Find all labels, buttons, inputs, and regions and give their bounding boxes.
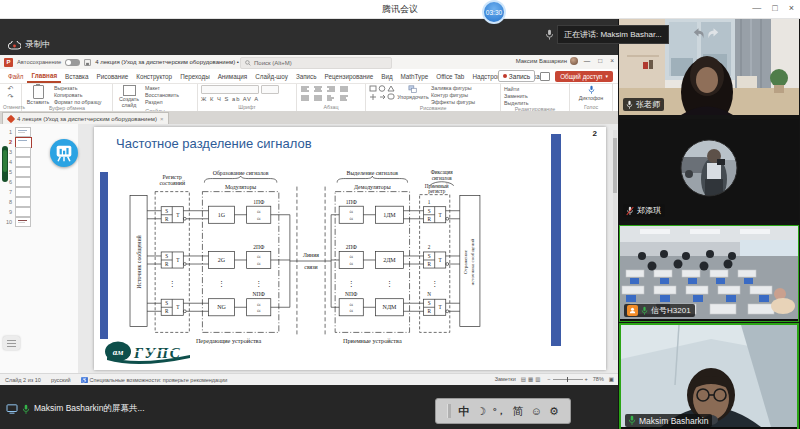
new-slide-button[interactable]: Создать слайд (116, 85, 142, 108)
tab-officetab[interactable]: Office Tab (432, 71, 468, 82)
slide-thumb-10[interactable]: 10 (0, 217, 78, 227)
tab-mathtype[interactable]: MathType (397, 71, 433, 82)
thumbnail-menu-button[interactable] (3, 336, 20, 350)
shape-outline-button[interactable]: Контур фигуры (431, 92, 475, 98)
copy-button[interactable]: Копировать (54, 92, 102, 98)
section-button[interactable]: Раздел (145, 99, 179, 105)
shape-fill-button[interactable]: Заливка фигуры (431, 85, 475, 91)
svg-text:источника сообщений: источника сообщений (470, 238, 475, 285)
slide-thumb-5[interactable]: 5 (0, 167, 78, 177)
layout-button[interactable]: Макет (145, 85, 179, 91)
zoom-level[interactable]: 78% (593, 376, 604, 382)
paragraph-icons-row1[interactable] (300, 86, 354, 93)
slide-left-accent-bar (100, 172, 108, 339)
group-voice: Диктофон Голос (570, 84, 613, 111)
close-button[interactable]: × (789, 3, 794, 13)
search-placeholder: Поиск (Alt+М) (254, 60, 292, 66)
slide-thumb-9[interactable]: 9 (0, 207, 78, 217)
fit-slide-icon[interactable]: ▣ (609, 376, 614, 382)
zoom-slider[interactable]: −+ (547, 376, 587, 382)
redo-icon[interactable]: ↷ (8, 93, 14, 100)
office-tab-close-icon[interactable]: × (160, 116, 164, 122)
account-area[interactable]: Максим Башаркин (516, 57, 578, 65)
save-icon[interactable] (84, 59, 91, 66)
undo-arrow-icon[interactable] (692, 26, 705, 41)
tab-design[interactable]: Конструктор (132, 71, 176, 82)
ime-simplified-mode[interactable]: 简 (513, 404, 524, 419)
tab-transitions[interactable]: Переходы (176, 71, 214, 82)
tab-slideshow[interactable]: Слайд-шоу (251, 71, 292, 82)
ime-toolbar[interactable]: 中 ☽ °， 简 ☺ ⚙ (435, 398, 571, 424)
shared-screen-icon (6, 404, 18, 414)
annotation-arrows[interactable] (692, 26, 720, 41)
share-button[interactable]: Общий доступ ▾ (555, 71, 613, 82)
shapes-gallery[interactable] (369, 85, 395, 101)
screen-share-banner[interactable]: Maksim Basharkin的屏幕共... (6, 403, 145, 415)
cut-button[interactable]: Вырезать (54, 85, 102, 91)
dictate-button[interactable]: Диктофон (578, 85, 604, 101)
autosave-toggle[interactable] (65, 59, 80, 66)
slide-thumb-6[interactable]: 6 (0, 177, 78, 187)
host-badge-icon (627, 305, 638, 316)
ppt-close-button[interactable]: × (610, 57, 614, 64)
notes-button[interactable]: Заметки (495, 376, 516, 382)
ime-drag-handle[interactable] (447, 404, 451, 418)
ppt-minimize-button[interactable]: — (584, 57, 591, 64)
video-tile-maksim[interactable]: Maksim Basharkin (619, 323, 799, 429)
tab-file[interactable]: Файл (4, 71, 27, 82)
ime-emoji-icon[interactable]: ☺ (531, 405, 542, 417)
participant-name: Maksim Basharkin (639, 416, 708, 426)
annotation-pen-bar[interactable] (2, 146, 8, 182)
ime-punctuation-mode[interactable]: °， (493, 405, 506, 418)
tab-review[interactable]: Рецензирование (321, 71, 378, 82)
tab-animations[interactable]: Анимация (214, 71, 252, 82)
comments-icon[interactable] (540, 72, 550, 81)
svg-text:R: R (427, 308, 431, 314)
slide-scrollbar[interactable] (613, 130, 617, 360)
undo-icon[interactable]: ↶ (8, 85, 14, 92)
meeting-timer-badge[interactable]: 03:30 (482, 0, 506, 24)
svg-text:2ПФ: 2ПФ (346, 244, 358, 250)
language-indicator[interactable]: русский (51, 377, 71, 383)
view-switcher-icons[interactable]: ▤▦▥ (521, 376, 543, 382)
find-button[interactable]: Найти (504, 86, 528, 92)
participant-chip: Maksim Basharkin (625, 414, 712, 427)
paragraph-icons-row2[interactable] (300, 95, 354, 102)
record-button[interactable]: Запись (498, 70, 535, 82)
arrange-icon (408, 85, 418, 94)
svg-text:ам: ам (113, 347, 124, 357)
restore-button[interactable]: □ (772, 3, 777, 13)
tab-draw[interactable]: Рисование (93, 71, 133, 82)
font-size-combo[interactable] (261, 85, 279, 94)
slide-thumb-7[interactable]: 7 (0, 187, 78, 197)
meeting-float-panel-icon[interactable] (50, 139, 78, 167)
slide-thumb-8[interactable]: 8 (0, 197, 78, 207)
tab-insert[interactable]: Вставка (61, 71, 92, 82)
svg-text:2ДМ: 2ДМ (383, 257, 396, 263)
ime-language-mode[interactable]: 中 (458, 404, 469, 419)
autosave-label: Автосохранение (17, 59, 61, 65)
reset-button[interactable]: Восстановить (145, 92, 179, 98)
ime-settings-gear-icon[interactable]: ⚙ (549, 405, 559, 418)
search-input[interactable]: Поиск (Alt+М) (240, 57, 392, 69)
tab-record[interactable]: Запись (292, 71, 321, 82)
redo-arrow-icon[interactable] (707, 26, 720, 41)
video-tile-classroom[interactable]: 信号H3201 (619, 225, 799, 322)
accessibility-status[interactable]: ♿ Специальные возможности: проверьте рек… (81, 377, 228, 383)
video-tile-zheng[interactable]: 郑添琪 (619, 119, 799, 221)
speaker-mic-icon (545, 27, 554, 45)
replace-button[interactable]: Заменить (504, 93, 528, 99)
ppt-restore-button[interactable]: □ (598, 57, 602, 64)
participant-chip: 张老师 (623, 98, 664, 111)
slide-thumb-1[interactable]: 1 (0, 127, 78, 137)
meeting-timer: 03:30 (486, 9, 502, 16)
tab-home[interactable]: Главная (27, 70, 61, 83)
font-name-combo[interactable] (201, 85, 259, 94)
arrange-button[interactable]: Упорядочить (398, 85, 428, 100)
minimize-button[interactable]: — (752, 3, 761, 13)
font-format-buttons[interactable]: Ж К Ч S ab AV A (201, 96, 259, 102)
recording-indicator[interactable]: 录制中 (8, 39, 51, 51)
ime-fullwidth-moon-icon[interactable]: ☽ (476, 405, 486, 418)
tab-view[interactable]: Вид (377, 71, 396, 82)
paste-button[interactable]: Вставить (25, 85, 51, 105)
